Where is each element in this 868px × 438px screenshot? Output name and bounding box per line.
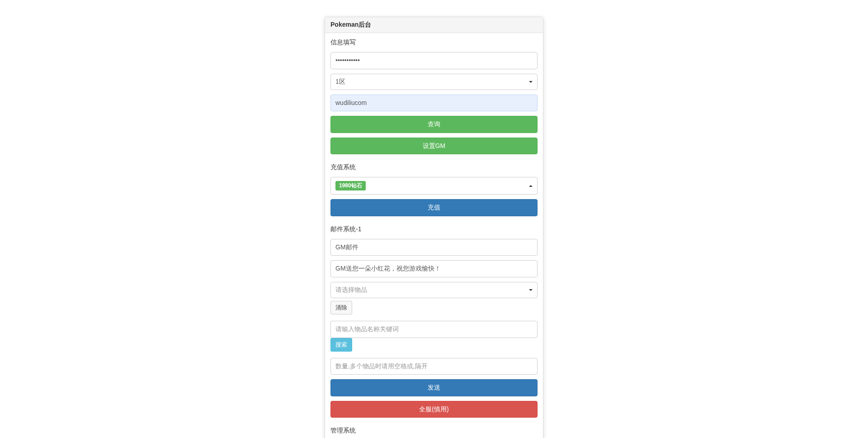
mail-body-input[interactable] (330, 260, 538, 277)
search-button[interactable]: 搜索 (330, 338, 352, 352)
page-wrap: Pokeman后台 信息填写 1区 查询 设置GM (0, 0, 868, 438)
recharge-product-select[interactable]: 1980钻石 (330, 177, 538, 195)
item-select[interactable]: 请选择物品 (330, 282, 538, 298)
set-gm-button[interactable]: 设置GM (330, 138, 538, 155)
admin-panel: Pokeman后台 信息填写 1区 查询 设置GM (325, 17, 543, 438)
recharge-product-badge: 1980钻石 (335, 181, 366, 190)
mail-subject-input[interactable] (330, 239, 538, 256)
username-input[interactable] (330, 95, 538, 112)
password-input[interactable] (330, 52, 538, 69)
section-label-info: 信息填写 (330, 38, 538, 47)
chevron-down-icon (529, 81, 533, 83)
item-keyword-input[interactable] (330, 321, 538, 338)
section-label-admin: 管理系统 (330, 427, 538, 435)
section-label-mail: 邮件系统-1 (330, 225, 538, 233)
chevron-down-icon (529, 289, 533, 291)
panel-title: Pokeman后台 (325, 17, 543, 33)
send-button[interactable]: 发送 (330, 379, 538, 396)
quantity-input[interactable] (330, 358, 538, 375)
clear-button[interactable]: 清除 (330, 301, 352, 314)
item-select-placeholder: 请选择物品 (335, 286, 367, 294)
query-button[interactable]: 查询 (330, 116, 538, 133)
chevron-up-icon (529, 185, 533, 187)
recharge-button[interactable]: 充值 (330, 199, 538, 216)
send-all-button[interactable]: 全服(慎用) (330, 401, 538, 418)
section-label-recharge: 充值系统 (330, 163, 538, 171)
panel-body: 信息填写 1区 查询 设置GM 充值系统 (325, 33, 543, 438)
zone-select-value: 1区 (335, 78, 345, 86)
zone-select[interactable]: 1区 (330, 74, 538, 90)
